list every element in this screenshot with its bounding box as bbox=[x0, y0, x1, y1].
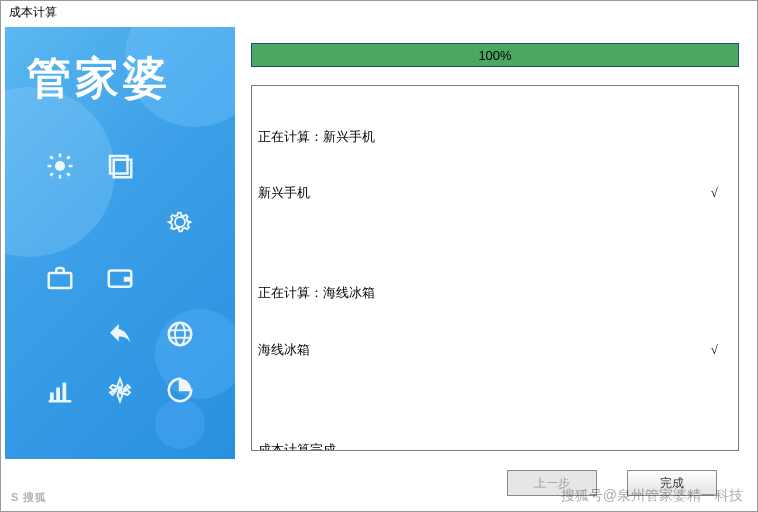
sidebar: 管家婆 bbox=[5, 27, 235, 459]
log-line: 成本计算完成。 bbox=[258, 441, 732, 451]
svg-line-8 bbox=[67, 156, 70, 159]
wallet-icon bbox=[90, 250, 150, 306]
empty-cell bbox=[150, 250, 210, 306]
prev-button[interactable]: 上一步 bbox=[507, 470, 597, 496]
progress-text: 100% bbox=[252, 44, 738, 66]
bar-chart-icon bbox=[30, 362, 90, 418]
svg-point-14 bbox=[169, 323, 192, 346]
log-line: 正在计算：海线冰箱 bbox=[258, 284, 732, 303]
log-line: 正在计算：新兴手机 bbox=[258, 128, 732, 147]
svg-line-6 bbox=[67, 173, 70, 176]
check-icon: √ bbox=[711, 341, 732, 360]
window-body: 管家婆 100% bbox=[1, 23, 757, 463]
gear-icon bbox=[150, 194, 210, 250]
pie-chart-icon bbox=[150, 362, 210, 418]
svg-rect-19 bbox=[56, 388, 60, 401]
stack-icon bbox=[90, 138, 150, 194]
empty-cell bbox=[30, 306, 90, 362]
empty-cell bbox=[150, 138, 210, 194]
briefcase-icon bbox=[30, 250, 90, 306]
brand-logo: 管家婆 bbox=[5, 27, 235, 108]
svg-point-0 bbox=[55, 161, 65, 171]
svg-line-7 bbox=[50, 173, 53, 176]
done-button[interactable]: 完成 bbox=[627, 470, 717, 496]
log-line: 新兴手机√ bbox=[258, 184, 732, 203]
log-output: 正在计算：新兴手机 新兴手机√ 正在计算：海线冰箱 海线冰箱√ 成本计算完成。 … bbox=[251, 85, 739, 451]
sun-icon bbox=[30, 138, 90, 194]
cost-calc-window: 成本计算 管家婆 bbox=[0, 0, 758, 512]
spacer bbox=[258, 241, 732, 247]
svg-line-5 bbox=[50, 156, 53, 159]
sidebar-icon-grid bbox=[5, 138, 235, 418]
empty-cell bbox=[30, 194, 90, 250]
globe-icon bbox=[150, 306, 210, 362]
progress-bar: 100% bbox=[251, 43, 739, 67]
svg-rect-11 bbox=[49, 273, 72, 288]
spacer bbox=[258, 398, 732, 404]
svg-rect-13 bbox=[124, 277, 132, 282]
star-icon bbox=[90, 362, 150, 418]
svg-rect-20 bbox=[63, 383, 67, 401]
footer: 上一步 完成 bbox=[1, 463, 757, 503]
log-line: 海线冰箱√ bbox=[258, 341, 732, 360]
undo-icon bbox=[90, 306, 150, 362]
empty-cell bbox=[90, 194, 150, 250]
svg-rect-18 bbox=[50, 393, 54, 401]
check-icon: √ bbox=[711, 184, 732, 203]
window-title: 成本计算 bbox=[1, 1, 757, 23]
main-panel: 100% 正在计算：新兴手机 新兴手机√ 正在计算：海线冰箱 海线冰箱√ 成本计… bbox=[243, 27, 753, 459]
svg-point-15 bbox=[175, 323, 185, 346]
watermark-logo: S 搜狐 bbox=[11, 490, 47, 505]
